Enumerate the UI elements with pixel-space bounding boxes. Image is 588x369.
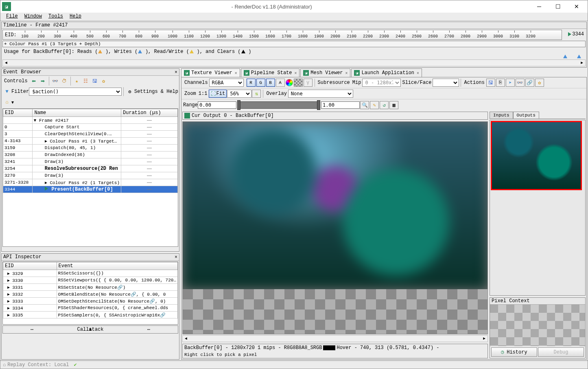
range-slider[interactable] bbox=[238, 101, 319, 109]
channel-g[interactable]: G bbox=[256, 79, 265, 87]
breadcrumb-dropdown[interactable]: ▾ bbox=[11, 99, 14, 105]
home-icon[interactable]: ⌂ bbox=[3, 98, 11, 106]
reset-icon[interactable]: ↺ bbox=[380, 101, 389, 109]
table-row[interactable]: ▾ Frame #2417— bbox=[3, 117, 178, 124]
table-row[interactable]: 3270 Draw(3)— bbox=[3, 172, 178, 179]
binoculars-icon[interactable]: 👓 bbox=[51, 77, 59, 85]
menu-tools[interactable]: Tools bbox=[45, 13, 66, 20]
filter-input[interactable]: $action() bbox=[29, 88, 122, 96]
bookmark-icon[interactable]: ★ bbox=[73, 77, 81, 85]
checker-icon[interactable] bbox=[294, 79, 303, 87]
table-row[interactable]: 4-3143 ▸ Colour Pass #1 (3 Target…— bbox=[3, 138, 178, 145]
timeline-ruler[interactable]: EID: 10020030040050060070080090010001100… bbox=[2, 30, 562, 40]
col-eid[interactable]: EID bbox=[3, 109, 33, 117]
table-row[interactable]: 3241 Draw(3)— bbox=[3, 158, 178, 165]
minimize-button[interactable]: ─ bbox=[530, 0, 549, 13]
timeline-pass[interactable]: + Colour Pass #1 (3 Targets + Depth) bbox=[2, 41, 586, 47]
table-row[interactable]: ▸ 3329RSSetScissors({}) bbox=[3, 270, 178, 277]
col-duration[interactable]: Duration (µs) bbox=[121, 109, 178, 117]
tab-mesh-viewer[interactable]: ◪Mesh Viewer× bbox=[300, 68, 350, 77]
history-button[interactable]: ◷ History bbox=[491, 347, 537, 357]
write-marker-icon bbox=[577, 55, 581, 58]
color-wheel-icon[interactable] bbox=[286, 79, 293, 86]
table-row[interactable]: ▸ 3330RSSetViewports({ { 0.00, 0.00, 128… bbox=[3, 277, 178, 284]
filter-icon[interactable]: ▼ bbox=[3, 88, 11, 96]
pixel-grid[interactable] bbox=[490, 305, 585, 346]
stopwatch-icon[interactable]: ⏱ bbox=[60, 77, 68, 85]
debug-button[interactable]: Debug bbox=[538, 347, 584, 357]
tab-texture-viewer[interactable]: ◪Texture Viewer× bbox=[181, 68, 240, 77]
tab-inputs[interactable]: Inputs bbox=[490, 112, 513, 119]
table-row[interactable]: 0 Capture Start— bbox=[3, 124, 178, 131]
link-icon[interactable]: 🔗 bbox=[525, 79, 534, 87]
tab-pipeline-state[interactable]: ◪Pipeline State× bbox=[241, 68, 300, 77]
current-output[interactable]: Cur Output 0 - BackBuffer[0] bbox=[182, 112, 488, 120]
zoom-select[interactable]: 56% bbox=[227, 90, 251, 98]
col-event[interactable]: Event bbox=[57, 262, 177, 270]
save-icon[interactable]: 🖫 bbox=[486, 79, 495, 87]
channel-a[interactable]: A bbox=[276, 79, 285, 87]
texview-scrollbar[interactable]: ◄► bbox=[182, 335, 488, 342]
table-row[interactable]: 3344 Present(BackBuffer[0]— bbox=[3, 186, 178, 193]
col-eid[interactable]: EID bbox=[3, 262, 57, 270]
range-max-input[interactable] bbox=[321, 101, 360, 109]
timeline-scrollbar[interactable]: ◄► bbox=[2, 59, 586, 66]
maximize-button[interactable]: ☐ bbox=[549, 0, 567, 13]
close-icon[interactable]: × bbox=[175, 254, 177, 260]
goto-icon[interactable]: ➤ bbox=[506, 79, 515, 87]
tab-outputs[interactable]: Outputs bbox=[513, 112, 539, 119]
flip-icon[interactable]: ⇅ bbox=[252, 90, 261, 98]
timeline-final-eid[interactable]: 3344 bbox=[572, 31, 584, 37]
texture-view[interactable] bbox=[182, 121, 488, 334]
wand-icon[interactable]: ✎ bbox=[370, 101, 379, 109]
close-icon[interactable]: × bbox=[295, 71, 297, 75]
close-button[interactable]: ✕ bbox=[567, 0, 586, 13]
next-arrow-icon[interactable]: ➡ bbox=[39, 77, 47, 85]
tab-launch-application[interactable]: ◪Launch Application× bbox=[351, 68, 422, 77]
col-name[interactable]: Name bbox=[33, 109, 121, 117]
histogram-icon[interactable]: ▦ bbox=[389, 101, 398, 109]
table-row[interactable]: ▸ 3334PSSetShaderResources(0, { crane_wh… bbox=[3, 305, 178, 312]
close-icon[interactable]: × bbox=[417, 71, 419, 75]
close-icon[interactable]: × bbox=[345, 71, 348, 75]
output-icon bbox=[184, 113, 190, 119]
table-row[interactable]: 3159 Dispatch(80, 45, 1)— bbox=[3, 145, 178, 152]
fit-button[interactable]: ⛶Fit bbox=[209, 90, 227, 98]
zoom-1to1[interactable]: 1:1 bbox=[197, 91, 209, 97]
channel-r[interactable]: R bbox=[247, 79, 256, 87]
table-row[interactable]: 3254 ResolveSubresource(2D Ren— bbox=[3, 165, 178, 172]
ruler-tick: 2200 bbox=[363, 34, 373, 39]
overlay-select[interactable]: None bbox=[288, 90, 353, 98]
table-row[interactable]: 3271-3328 ▸ Colour Pass #2 (1 Targets)— bbox=[3, 179, 178, 186]
menu-file[interactable]: File bbox=[3, 13, 21, 20]
channels-select[interactable]: RGBA bbox=[209, 79, 244, 87]
channel-b[interactable]: B bbox=[266, 79, 275, 87]
table-row[interactable]: ▸ 3332OMSetBlendState(No Resource🔗, { 0.… bbox=[3, 291, 178, 298]
gear-icon[interactable]: ✿ bbox=[100, 77, 108, 85]
prev-arrow-icon[interactable]: ⬅ bbox=[30, 77, 38, 85]
menu-help[interactable]: Help bbox=[66, 13, 85, 20]
binoculars-icon[interactable]: 👓 bbox=[516, 79, 525, 87]
table-row[interactable]: ▸ 3331RSSetState(No Resource🔗) bbox=[3, 284, 178, 291]
range-min-input[interactable] bbox=[198, 101, 236, 109]
callstack-bar[interactable]: ⋯▲Callstack⋯ bbox=[2, 325, 178, 334]
zoom-range-icon[interactable]: 🔍 bbox=[360, 101, 369, 109]
table-row[interactable]: ▸ 3335PSSetSamplers(0, { SSAnistropicWra… bbox=[3, 312, 178, 318]
ruler-tick: 2600 bbox=[428, 34, 438, 39]
save-icon[interactable]: 🖫 bbox=[91, 77, 99, 85]
columns-icon[interactable]: ☷ bbox=[82, 77, 90, 85]
plugin-icon[interactable]: ✿ bbox=[535, 79, 544, 87]
copy-icon[interactable]: ⎘ bbox=[496, 79, 505, 87]
close-icon[interactable]: × bbox=[175, 69, 177, 75]
gamma-icon[interactable]: γ bbox=[304, 79, 313, 87]
menu-window[interactable]: Window bbox=[21, 13, 45, 20]
table-row[interactable]: 3208 DrawIndexed(36)— bbox=[3, 152, 178, 158]
settings-help-link[interactable]: Settings & Help bbox=[134, 89, 178, 94]
settings-icon[interactable]: ⚙ bbox=[126, 88, 134, 96]
table-row[interactable]: 3 ClearDepthStencilView(0.…— bbox=[3, 131, 178, 138]
close-icon[interactable]: × bbox=[235, 71, 237, 75]
mip-select[interactable]: 0 - 1280x720 bbox=[362, 79, 401, 87]
table-row[interactable]: ▸ 3333OMSetDepthStencilState(No Resource… bbox=[3, 298, 178, 305]
slice-select[interactable] bbox=[433, 79, 459, 87]
output-thumbnail[interactable] bbox=[491, 121, 582, 190]
